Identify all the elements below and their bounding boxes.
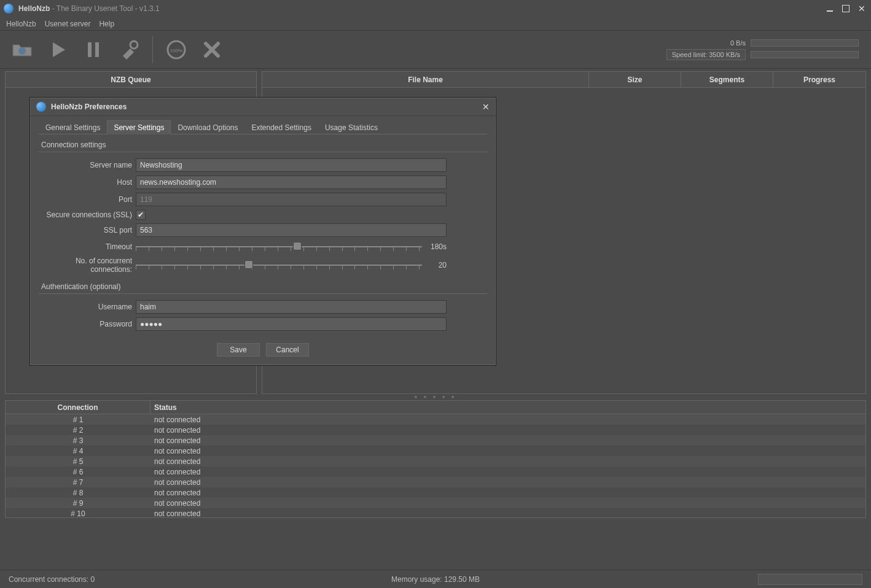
maximize-button[interactable] [840,4,851,14]
dialog-close-button[interactable]: ✕ [482,102,490,112]
timeout-value: 180s [428,242,447,251]
col-connection[interactable]: Connection [6,401,150,414]
connection-row[interactable]: # 8not connected [6,487,865,498]
connection-status: not connected [150,416,865,424]
cancel-button[interactable] [198,36,225,63]
connections-header: Connection Status [6,401,865,414]
label-host: Host [39,178,136,187]
col-progress[interactable]: Progress [773,72,865,87]
toolbar-separator [152,36,153,63]
connection-settings-legend: Connection settings [39,141,108,149]
connection-row[interactable]: # 6not connected [6,466,865,477]
connection-status: not connected [150,447,865,455]
label-server-name: Server name [39,161,136,169]
col-segments[interactable]: Segments [681,72,773,87]
connection-number: # 9 [6,499,150,508]
auth-legend: Authentication (optional) [39,282,123,291]
status-bar: Concurrent connections: 0 Memory usage: … [0,570,871,588]
title-tag: The Binary Usenet Tool [57,4,133,13]
speed-gauge-button[interactable]: 100% [163,36,190,63]
connections-panel: Connection Status # 1not connected# 2not… [5,400,866,518]
password-input[interactable] [136,317,447,331]
splitter-handle[interactable]: ● ● ● ● ● [0,394,871,400]
menu-help[interactable]: Help [99,20,114,28]
label-ssl: Secure connections (SSL) [39,211,136,219]
settings-button[interactable] [115,36,143,63]
files-header: File Name Size Segments Progress [262,72,865,88]
title-app: HelloNzb [18,4,50,13]
connections-slider[interactable] [136,259,422,271]
connection-status: not connected [150,457,865,466]
connection-number: # 3 [6,436,150,445]
col-filename[interactable]: File Name [262,72,589,87]
toolbar-status: 0 B/s Speed limit: 3500 KB/s [654,39,862,60]
menu-usenet-server[interactable]: Usenet server [45,20,91,28]
connection-row[interactable]: # 1not connected [6,414,865,425]
dialog-icon [36,102,46,112]
tab-download-options[interactable]: Download Options [171,120,244,134]
col-size[interactable]: Size [589,72,681,87]
menu-hellonzb[interactable]: HelloNzb [6,20,36,28]
toolbar: 100% 0 B/s Speed limit: 3500 KB/s [0,31,871,69]
cancel-dialog-button[interactable]: Cancel [266,343,309,357]
connection-status: not connected [150,509,865,518]
server-name-input[interactable] [136,158,447,172]
tab-server-settings[interactable]: Server Settings [107,120,171,134]
title-sep2: - [133,4,139,13]
svg-text:100%: 100% [170,48,182,53]
connection-row[interactable]: # 10not connected [6,508,865,517]
connection-number: # 8 [6,489,150,497]
window-close-button[interactable]: ✕ [856,4,867,14]
connection-row[interactable]: # 3not connected [6,435,865,446]
play-button[interactable] [44,36,71,63]
connection-status: not connected [150,426,865,435]
menu-bar: HelloNzb Usenet server Help [0,17,871,31]
connection-number: # 7 [6,478,150,487]
connection-row[interactable]: # 9not connected [6,498,865,508]
dialog-titlebar[interactable]: HelloNzb Preferences ✕ [30,98,496,116]
connection-status: not connected [150,478,865,487]
app-icon [4,4,14,14]
connection-row[interactable]: # 2not connected [6,425,865,435]
label-username: Username [39,303,136,311]
preferences-dialog: HelloNzb Preferences ✕ General Settings … [29,97,496,366]
pause-button[interactable] [80,36,107,63]
timeout-slider[interactable] [136,241,422,253]
status-memory: Memory usage: 129.50 MB [391,575,480,584]
connection-number: # 1 [6,416,150,424]
title-version: v1.3.1 [139,4,160,13]
host-input[interactable] [136,176,447,189]
tab-extended-settings[interactable]: Extended Settings [245,120,318,134]
speed-limit-button[interactable]: Speed limit: 3500 KB/s [666,49,746,60]
speed-label: 0 B/s [654,39,746,47]
connection-row[interactable]: # 7not connected [6,477,865,487]
username-input[interactable] [136,300,447,314]
connection-number: # 10 [6,509,150,518]
connection-row[interactable]: # 5not connected [6,456,865,466]
connection-row[interactable]: # 4not connected [6,446,865,456]
ssl-checkbox[interactable]: ✔ [136,210,146,220]
minimize-button[interactable] [824,4,835,14]
svg-rect-1 [88,42,92,57]
svg-point-0 [18,47,26,55]
svg-rect-2 [95,42,99,57]
tab-general-settings[interactable]: General Settings [39,120,107,134]
open-folder-button[interactable] [9,36,36,63]
ssl-port-input[interactable] [136,223,447,237]
tab-usage-statistics[interactable]: Usage Statistics [318,120,385,134]
window-controls: ✕ [824,4,867,14]
dialog-title: HelloNzb Preferences [51,103,127,111]
connection-number: # 6 [6,468,150,476]
col-status[interactable]: Status [150,401,865,414]
port-input[interactable] [136,193,447,206]
tab-strip: General Settings Server Settings Downloa… [39,120,487,134]
connection-settings-group: Connection settings Server name Host Por… [39,138,487,337]
connections-body[interactable]: # 1not connected# 2not connected# 3not c… [6,414,865,517]
connection-status: not connected [150,468,865,476]
connection-number: # 5 [6,457,150,466]
speed-bar-top [751,39,859,47]
dialog-buttons: Save Cancel [39,343,487,357]
connection-status: not connected [150,436,865,445]
label-connections: No. of concurrent connections: [39,257,136,274]
save-button[interactable]: Save [217,343,260,357]
